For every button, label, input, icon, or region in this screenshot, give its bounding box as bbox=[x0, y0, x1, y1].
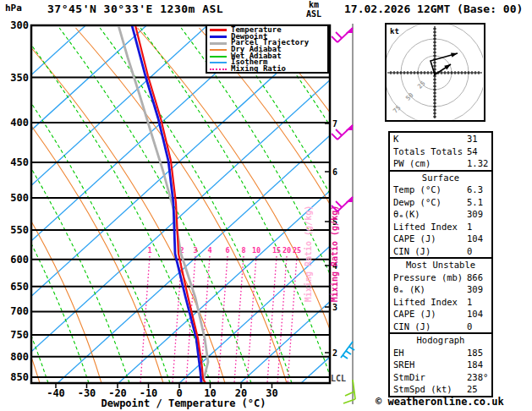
pressure-tick-label: 750 bbox=[10, 329, 29, 341]
table-row-label: StmDir bbox=[393, 372, 425, 382]
lcl-label: LCL bbox=[331, 374, 346, 383]
table-row-value: 104 bbox=[467, 308, 483, 321]
table-row: EH185 bbox=[390, 347, 491, 359]
pressure-tick-label: 450 bbox=[10, 156, 29, 168]
table-row: CAPE (J)104 bbox=[390, 233, 491, 245]
table-row-value: 238° bbox=[467, 371, 488, 384]
table-row: Lifted Index1 bbox=[390, 296, 491, 309]
table-row-value: 5.1 bbox=[467, 196, 483, 209]
table-row: PW (cm)1.32 bbox=[390, 157, 491, 170]
table-row: SREH184 bbox=[390, 359, 491, 371]
table-row-label: K bbox=[393, 134, 398, 144]
table-section-header: Most Unstable bbox=[390, 259, 491, 271]
table-row-label: CIN (J) bbox=[393, 321, 431, 332]
altitude-axis-unit: km ASL bbox=[306, 0, 321, 19]
altitude-tick-label: 2 bbox=[332, 348, 337, 358]
wind-barb bbox=[332, 196, 353, 211]
table-row-label: CAPE (J) bbox=[393, 309, 436, 319]
mixing-ratio-value-label: 3 bbox=[193, 246, 197, 255]
pressure-tick-label: 400 bbox=[10, 117, 29, 129]
table-row: StmDir238° bbox=[390, 371, 491, 384]
table-section-most-unstable: Most UnstablePressure (mb)866θₑ (K)309Li… bbox=[390, 257, 491, 332]
table-row-label: CAPE (J) bbox=[393, 233, 436, 244]
table-row-value: 54 bbox=[467, 145, 478, 158]
table-row-value: 31 bbox=[467, 133, 478, 145]
pressure-tick-label: 500 bbox=[10, 192, 29, 204]
table-row: K31 bbox=[390, 133, 491, 145]
mixing-ratio-line bbox=[140, 256, 150, 383]
mixing-ratio-value-label: 6 bbox=[225, 246, 229, 255]
table-row: θₑ (K)309 bbox=[390, 283, 491, 296]
legend-label: Mixing Ratio bbox=[231, 66, 286, 73]
table-row-label: θₑ(K) bbox=[393, 209, 420, 219]
table-row-value: 6.3 bbox=[467, 184, 483, 196]
legend-swatch-isotherm bbox=[210, 62, 227, 63]
wind-barb bbox=[332, 27, 353, 42]
table-row-value: 25 bbox=[467, 383, 478, 396]
table-row-label: Totals Totals bbox=[393, 146, 463, 156]
table-row: CIN (J)0 bbox=[390, 321, 491, 333]
table-row-label: Lifted Index bbox=[393, 297, 458, 307]
legend-swatch-mixing-ratio bbox=[210, 68, 227, 70]
legend: TemperatureDewpointParcel TrajectoryDry … bbox=[206, 25, 329, 74]
copyright-label: © weatheronline.co.uk bbox=[376, 396, 504, 408]
temperature-axis-title: Dewpoint / Temperature (°C) bbox=[48, 397, 319, 409]
legend-swatch-temperature bbox=[210, 29, 227, 31]
table-row-label: Lifted Index bbox=[393, 222, 458, 232]
table-row-value: 309 bbox=[467, 208, 483, 221]
table-row-label: Dewp (°C) bbox=[393, 197, 442, 207]
table-row-label: Pressure (mb) bbox=[393, 272, 463, 282]
table-section-header: Hodograph bbox=[390, 334, 491, 347]
dewpoint-curve bbox=[132, 25, 201, 383]
table-row-value: 0 bbox=[467, 245, 472, 258]
hodograph: 255075kt bbox=[384, 22, 485, 123]
isotherm-line bbox=[0, 25, 329, 383]
sounding-indices-table: K31Totals Totals54PW (cm)1.32SurfaceTemp… bbox=[388, 131, 493, 397]
legend-swatch-wet-adiabat bbox=[210, 56, 227, 58]
table-row-value: 185 bbox=[467, 347, 483, 359]
wind-barb bbox=[343, 380, 355, 403]
table-section-surface: SurfaceTemp (°C)6.3Dewp (°C)5.1θₑ(K)309L… bbox=[390, 170, 491, 258]
pressure-tick-label: 550 bbox=[10, 224, 29, 236]
table-row: Lifted Index1 bbox=[390, 221, 491, 233]
legend-item: Mixing Ratio bbox=[210, 66, 327, 73]
mixing-ratio-value-label: 15 bbox=[272, 246, 281, 255]
table-row-value: 866 bbox=[467, 271, 483, 284]
legend-item: Temperature bbox=[210, 27, 327, 34]
pressure-tick-label: 700 bbox=[10, 305, 29, 317]
table-row: CIN (J)0 bbox=[390, 245, 491, 258]
table-row: CAPE (J)104 bbox=[390, 308, 491, 321]
hodograph-unit-label: kt bbox=[390, 27, 399, 36]
pressure-tick-label: 350 bbox=[10, 72, 29, 84]
table-section-hodograph: HodographEH185SREH184StmDir238°StmSpd (k… bbox=[390, 332, 491, 396]
table-row-label: StmSpd (kt) bbox=[393, 384, 452, 394]
mixing-ratio-value-label: 25 bbox=[293, 246, 301, 255]
table-row-label: PW (cm) bbox=[393, 158, 431, 168]
station-title: 37°45'N 30°33'E 1230m ASL bbox=[47, 3, 223, 15]
pressure-gridlines bbox=[31, 25, 330, 377]
table-section-header: Surface bbox=[390, 172, 491, 184]
legend-swatch-parcel-trajectory bbox=[210, 42, 227, 45]
datetime-label: 17.02.2026 12GMT (Base: 00) bbox=[344, 3, 523, 15]
dry-adiabat-line bbox=[138, 28, 349, 383]
altitude-tick-label: 3 bbox=[332, 303, 337, 312]
dry-adiabat-line bbox=[76, 28, 288, 383]
hodograph-ring-label: 75 bbox=[392, 104, 403, 115]
table-row-value: 104 bbox=[467, 233, 483, 245]
hodograph-plot-area: 255075 bbox=[384, 22, 485, 123]
table-row-value: 184 bbox=[467, 359, 483, 371]
pressure-tick-label: 600 bbox=[10, 254, 29, 266]
table-row: Dewp (°C)5.1 bbox=[390, 196, 491, 209]
mixing-ratio-axis-label: Mixing Ratio (g/kg) bbox=[330, 206, 339, 302]
mixing-ratio-value-label: 8 bbox=[241, 246, 245, 255]
table-section: K31Totals Totals54PW (cm)1.32 bbox=[390, 133, 491, 170]
table-row: Totals Totals54 bbox=[390, 145, 491, 158]
pressure-tick-label: 800 bbox=[10, 351, 29, 363]
legend-swatch-dewpoint bbox=[210, 36, 227, 38]
mixing-ratio-value-label: 1 bbox=[147, 246, 151, 255]
legend-swatch-dry-adiabat bbox=[210, 49, 227, 51]
table-row-value: 0 bbox=[467, 321, 472, 333]
table-row-value: 1 bbox=[467, 296, 472, 309]
table-row-label: EH bbox=[393, 348, 404, 358]
pressure-axis-unit: hPa bbox=[5, 3, 22, 14]
